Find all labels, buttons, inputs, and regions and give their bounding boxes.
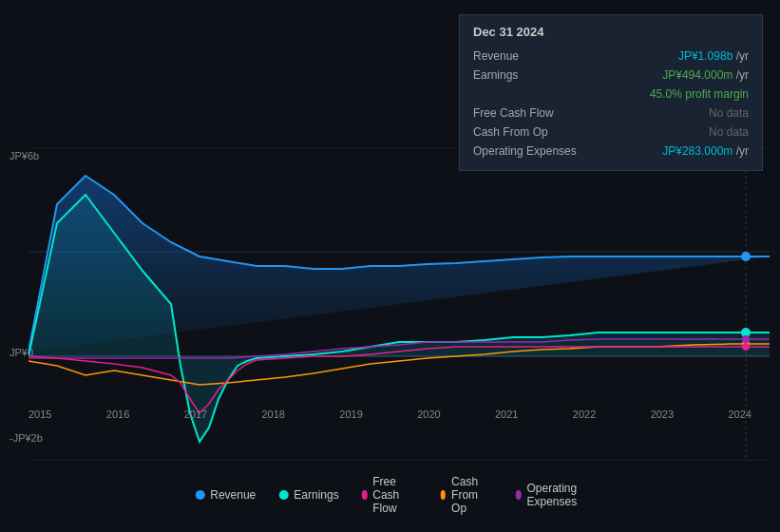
tooltip-label-operating-expenses: Operating Expenses (473, 144, 606, 158)
legend-label-operating-expenses: Operating Expenses (526, 482, 584, 508)
tooltip-value-cash-from-op: No data (709, 125, 749, 139)
tooltip-profit-margin: 45.0% profit margin (650, 87, 749, 101)
x-label-2020: 2020 (417, 408, 440, 420)
x-label-2016: 2016 (106, 408, 129, 420)
legend-label-revenue: Revenue (210, 488, 256, 502)
x-label-2015: 2015 (29, 408, 51, 420)
tooltip-value-earnings: JP¥494.000m /yr (662, 68, 749, 82)
tooltip-row-free-cash-flow: Free Cash Flow No data (473, 104, 749, 123)
x-label-2023: 2023 (651, 408, 674, 420)
svg-point-9 (742, 335, 750, 343)
legend-label-cash-from-op: Cash From Op (451, 475, 493, 515)
chart-container: Dec 31 2024 Revenue JP¥1.098b /yr Earnin… (0, 0, 780, 532)
x-label-2017: 2017 (184, 408, 207, 420)
legend-item-cash-from-op: Cash From Op (441, 475, 493, 515)
x-label-2019: 2019 (339, 408, 362, 420)
legend-dot-operating-expenses (516, 490, 522, 500)
legend-dot-earnings (278, 490, 288, 500)
legend-item-free-cash-flow: Free Cash Flow (362, 475, 418, 515)
x-label-2024: 2024 (728, 408, 751, 420)
tooltip-row-cash-from-op: Cash From Op No data (473, 123, 749, 142)
tooltip-label-revenue: Revenue (473, 49, 606, 63)
x-label-2018: 2018 (261, 408, 284, 420)
tooltip-row-profit-margin: 45.0% profit margin (473, 85, 749, 104)
tooltip-row-earnings: Earnings JP¥494.000m /yr (473, 66, 749, 85)
tooltip-row-operating-expenses: Operating Expenses JP¥283.000m /yr (473, 142, 749, 161)
legend: Revenue Earnings Free Cash Flow Cash Fro… (195, 475, 585, 515)
tooltip-label-earnings: Earnings (473, 68, 606, 82)
legend-dot-free-cash-flow (362, 490, 368, 500)
tooltip-value-revenue: JP¥1.098b /yr (678, 49, 749, 63)
legend-item-earnings: Earnings (278, 488, 338, 502)
x-label-2022: 2022 (573, 408, 596, 420)
tooltip-row-revenue: Revenue JP¥1.098b /yr (473, 47, 749, 66)
legend-item-operating-expenses: Operating Expenses (516, 482, 585, 508)
legend-label-free-cash-flow: Free Cash Flow (372, 475, 417, 515)
tooltip-label-cash-from-op: Cash From Op (473, 125, 606, 139)
legend-item-revenue: Revenue (195, 488, 256, 502)
svg-point-10 (742, 343, 750, 351)
legend-dot-cash-from-op (441, 490, 447, 500)
svg-point-6 (741, 252, 751, 261)
tooltip-label-free-cash-flow: Free Cash Flow (473, 106, 606, 120)
tooltip-date: Dec 31 2024 (473, 25, 749, 39)
x-label-2021: 2021 (495, 408, 518, 420)
tooltip-value-free-cash-flow: No data (709, 106, 749, 120)
tooltip-value-operating-expenses: JP¥283.000m /yr (662, 144, 749, 158)
legend-dot-revenue (195, 490, 204, 500)
legend-label-earnings: Earnings (294, 488, 338, 502)
tooltip-card: Dec 31 2024 Revenue JP¥1.098b /yr Earnin… (459, 14, 763, 171)
